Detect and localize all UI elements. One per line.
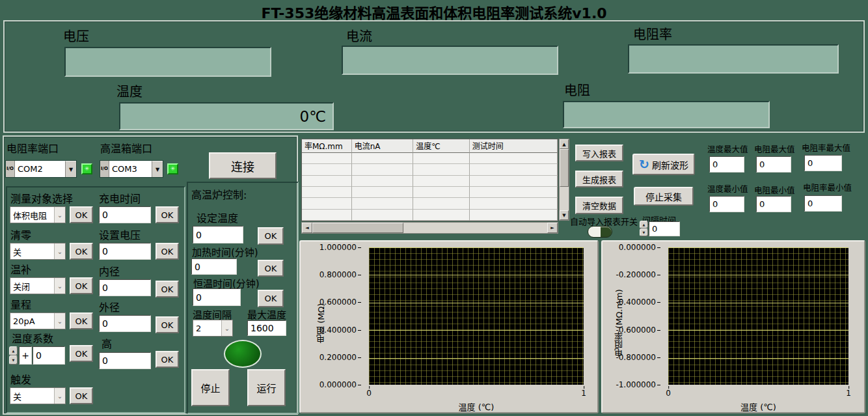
max-temp-field[interactable]: 1600 (247, 320, 286, 336)
scroll-down-icon[interactable]: ▼ (560, 210, 569, 220)
table-row (302, 153, 558, 164)
max-temp-label: 最大温度 (247, 307, 286, 321)
temperature-display: 0℃ (119, 102, 334, 130)
y-tick-label: 1.000000 (319, 243, 361, 252)
temp-min-field[interactable]: 0 (709, 196, 744, 212)
temp-coefficient-stepper[interactable]: ▲▼ (9, 346, 18, 365)
zero-select[interactable]: 关 ⌄ (10, 243, 66, 260)
scroll-left-icon[interactable]: ◄ (302, 223, 312, 233)
set-voltage-ok-button[interactable]: OK (156, 243, 179, 260)
spinner-down-icon[interactable]: ▼ (9, 355, 18, 365)
res-max-field[interactable]: 0 (756, 156, 791, 173)
heat-time-field[interactable]: 0 (191, 258, 237, 275)
chevron-down-icon[interactable]: ⌄ (221, 320, 232, 336)
hold-time-field[interactable]: 0 (193, 288, 241, 306)
refresh-icon: ↻ (639, 158, 649, 171)
furnace-status-led (224, 340, 262, 368)
run-button[interactable]: 运行 (247, 369, 286, 406)
chevron-down-icon[interactable]: ▼ (152, 161, 163, 177)
zero-ok-button[interactable]: OK (70, 243, 93, 260)
connect-button[interactable]: 连接 (209, 152, 277, 179)
stop-collect-button[interactable]: 停止采集 (634, 187, 694, 206)
outer-diameter-label: 外径 (99, 299, 120, 314)
set-temp-ok-button[interactable]: OK (258, 227, 284, 245)
measure-object-ok-button[interactable]: OK (70, 206, 93, 223)
inner-diameter-field[interactable]: 0 (99, 279, 151, 296)
scroll-right-icon[interactable]: ► (547, 223, 558, 233)
generate-report-button[interactable]: 生成报表 (575, 171, 623, 187)
vscroll-thumb[interactable] (560, 149, 569, 187)
charge-time-ok-button[interactable]: OK (156, 206, 179, 223)
chevron-down-icon[interactable]: ⌄ (54, 313, 65, 329)
temp-comp-ok-button[interactable]: OK (70, 277, 93, 294)
range-select[interactable]: 20pA ⌄ (10, 312, 66, 329)
temp-coefficient-ok-button[interactable]: OK (70, 345, 93, 362)
chevron-down-icon[interactable]: ⌄ (54, 207, 65, 223)
scroll-up-icon[interactable]: ▲ (560, 139, 569, 149)
x-tick-label: 1 (846, 389, 851, 398)
resistance-chart: 电阻 (MΩ) 1.0000000.8000000.6000000.400000… (299, 240, 599, 413)
y-tick-label: -0.800000 (616, 353, 660, 362)
interval-time-field[interactable]: 0 (649, 221, 680, 236)
trigger-select[interactable]: 关 ⌄ (10, 387, 66, 404)
stop-button[interactable]: 停止 (191, 369, 230, 406)
y-tick-label: 0.800000 (319, 270, 361, 279)
range-value: 20pA (10, 313, 54, 329)
auto-import-toggle[interactable] (588, 226, 612, 238)
outer-diameter-field[interactable]: 0 (99, 315, 151, 332)
table-cell (470, 153, 558, 164)
chevron-down-icon[interactable]: ⌄ (54, 243, 65, 259)
resistivity-port-select[interactable]: I/O COM2 ▼ (5, 160, 77, 178)
temp-coefficient-field[interactable]: 0 (33, 346, 65, 365)
temp-interval-select[interactable]: 2 ⌄ (193, 320, 233, 337)
resistivity-max-field[interactable]: 0 (804, 155, 842, 171)
temp-interval-value: 2 (193, 320, 221, 336)
height-ok-button[interactable]: OK (156, 351, 179, 368)
spinner-up-icon[interactable]: ▲ (9, 346, 18, 355)
trigger-ok-button[interactable]: OK (70, 387, 93, 404)
table-vscrollbar[interactable]: ▲ ▼ (559, 139, 569, 221)
temperature-value: 0℃ (300, 108, 326, 125)
data-table[interactable]: 率MΩ.mm电流nA温度℃测试时间 ▲ ▼ ◄ ► (301, 139, 569, 234)
refresh-wave-button[interactable]: ↻ 刷新波形 (632, 154, 695, 175)
table-hscrollbar[interactable]: ◄ ► (301, 222, 558, 234)
oven-port-select[interactable]: I/O COM3 ▼ (100, 160, 163, 178)
hold-time-label: 恒温时间(分钟) (193, 276, 260, 290)
outer-diameter-ok-button[interactable]: OK (156, 316, 179, 333)
inner-diameter-ok-button[interactable]: OK (156, 281, 179, 298)
charge-time-field[interactable]: 0 (99, 206, 151, 223)
res-min-field[interactable]: 0 (756, 196, 791, 212)
set-voltage-field[interactable]: 0 (99, 243, 151, 260)
spinner-down-icon[interactable]: ▼ (640, 229, 648, 236)
chart-plot-area (369, 247, 584, 385)
current-label: 电流 (346, 26, 372, 45)
hold-time-ok-button[interactable]: OK (258, 290, 284, 307)
table-cell (302, 176, 352, 187)
temp-max-field[interactable]: 0 (709, 156, 744, 173)
measure-object-select[interactable]: 体积电阻 ⌄ (10, 206, 66, 223)
chevron-down-icon[interactable]: ⌄ (54, 388, 65, 404)
interval-time-stepper[interactable]: ▲▼ (640, 221, 648, 236)
chevron-down-icon[interactable]: ▼ (65, 161, 76, 177)
refresh-wave-label: 刷新波形 (652, 158, 688, 171)
table-cell (302, 164, 352, 175)
chevron-down-icon[interactable]: ⌄ (54, 278, 65, 294)
chart-x-ticks: 01 (668, 386, 848, 398)
temp-coefficient-sign[interactable]: + (19, 346, 32, 365)
clear-data-button[interactable]: 清空数据 (575, 197, 623, 214)
table-cell (470, 187, 558, 198)
write-report-button[interactable]: 写入报表 (575, 145, 623, 161)
heat-time-ok-button[interactable]: OK (258, 260, 284, 277)
table-cell (352, 210, 414, 221)
spinner-up-icon[interactable]: ▲ (640, 221, 648, 229)
height-field[interactable]: 0 (99, 352, 151, 369)
range-ok-button[interactable]: OK (70, 312, 93, 329)
table-header-cell: 测试时间 (470, 139, 558, 153)
resistivity-port-led: ✳ (81, 163, 92, 174)
hscroll-thumb[interactable] (312, 223, 403, 233)
table-cell (352, 187, 414, 198)
set-temp-field[interactable]: 0 (193, 226, 243, 243)
resistivity-min-field[interactable]: 0 (804, 195, 842, 212)
temp-comp-select[interactable]: 关闭 ⌄ (10, 277, 66, 294)
table-cell (413, 198, 470, 209)
